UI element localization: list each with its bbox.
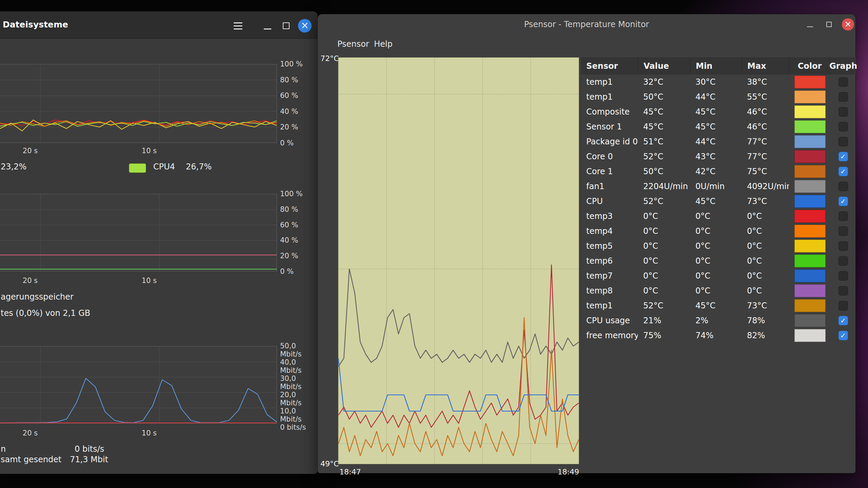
graph-checkbox[interactable]: ✓ <box>839 152 848 161</box>
sensor-color-swatch[interactable] <box>794 165 826 178</box>
maximize-button[interactable] <box>279 18 294 33</box>
sensor-color-swatch[interactable] <box>794 255 826 267</box>
graph-checkbox[interactable]: ✓ <box>839 197 848 206</box>
cell-value: 75% <box>638 331 690 340</box>
graph-checkbox[interactable] <box>839 301 848 310</box>
close-button[interactable]: × <box>841 18 855 31</box>
graph-checkbox[interactable] <box>839 77 848 87</box>
header-graph[interactable]: Graph <box>830 57 856 75</box>
sensor-color-swatch[interactable] <box>794 269 826 282</box>
menu-psensor[interactable]: Psensor <box>335 39 371 49</box>
temperature-graph <box>338 57 579 464</box>
sensor-color-swatch[interactable] <box>794 195 826 208</box>
cell-max: 78% <box>742 316 789 325</box>
table-row[interactable]: temp132°C30°C38°C <box>581 75 856 89</box>
minimize-button[interactable] <box>260 18 275 33</box>
table-row[interactable]: CPU52°C45°C73°C✓ <box>581 194 856 209</box>
sensor-color-swatch[interactable] <box>794 105 826 118</box>
maximize-button[interactable] <box>822 18 836 31</box>
table-row[interactable]: temp30°C0°C0°C <box>581 209 856 224</box>
graph-checkbox[interactable] <box>839 226 848 236</box>
graph-checkbox[interactable]: ✓ <box>839 331 848 340</box>
table-row[interactable]: temp150°C44°C55°C <box>581 89 856 104</box>
cell-graph <box>830 182 856 191</box>
cell-value: 0°C <box>638 241 690 251</box>
cell-max: 46°C <box>742 122 789 131</box>
header-value[interactable]: Value <box>638 57 690 75</box>
psensor-titlebar[interactable]: Psensor - Temperature Monitor × <box>318 14 855 35</box>
cell-sensor: Core 1 <box>581 167 638 176</box>
graph-checkbox[interactable] <box>839 137 848 146</box>
table-row[interactable]: temp70°C0°C0°C <box>581 268 856 283</box>
table-row[interactable]: Package id 051°C44°C77°C <box>581 134 856 149</box>
table-row[interactable]: temp60°C0°C0°C <box>581 253 856 268</box>
cell-sensor: CPU <box>581 197 638 206</box>
table-row[interactable]: temp40°C0°C0°C <box>581 224 856 239</box>
cell-color <box>789 225 830 238</box>
cell-value: 52°C <box>638 197 690 206</box>
cell-color <box>789 314 830 327</box>
header-min[interactable]: Min <box>690 57 742 75</box>
hamburger-menu-icon[interactable] <box>231 18 245 33</box>
menu-help[interactable]: Help <box>372 39 395 49</box>
sensor-color-swatch[interactable] <box>794 76 826 88</box>
sensor-color-swatch[interactable] <box>794 284 826 297</box>
table-row[interactable]: temp80°C0°C0°C <box>581 283 856 298</box>
sensor-color-swatch[interactable] <box>794 180 826 193</box>
sensor-color-swatch[interactable] <box>794 135 826 148</box>
sensor-table: Sensor Value Min Max Color Graph temp132… <box>581 57 856 343</box>
table-row[interactable]: Core 052°C43°C77°C✓ <box>581 149 856 164</box>
header-max[interactable]: Max <box>742 57 789 75</box>
table-row[interactable]: Core 150°C42°C75°C✓ <box>581 164 856 179</box>
table-row[interactable]: Sensor 145°C45°C46°C <box>581 119 856 134</box>
close-icon: × <box>842 18 854 30</box>
cell-graph <box>830 122 856 131</box>
graph-checkbox[interactable] <box>839 92 848 102</box>
graph-end-time: 18:49 <box>538 468 579 476</box>
received-rate-value: 0 bits/s <box>75 444 104 454</box>
cell-color <box>789 150 830 163</box>
sensor-color-swatch[interactable] <box>794 210 826 223</box>
sensor-color-swatch[interactable] <box>794 240 826 252</box>
sensor-color-swatch[interactable] <box>794 90 826 103</box>
sensor-color-swatch[interactable] <box>794 150 826 163</box>
graph-checkbox[interactable] <box>839 256 848 266</box>
cell-graph: ✓ <box>830 167 856 176</box>
table-row[interactable]: temp152°C45°C73°C <box>581 298 856 313</box>
table-row[interactable]: free memory75%74%82%✓ <box>581 328 856 343</box>
minimize-button[interactable] <box>803 18 817 31</box>
sensor-color-swatch[interactable] <box>794 120 826 133</box>
cell-color <box>789 269 830 282</box>
network-history-chart <box>0 346 277 424</box>
graph-checkbox[interactable]: ✓ <box>839 316 848 325</box>
header-sensor[interactable]: Sensor <box>581 57 638 75</box>
cell-sensor: temp1 <box>581 77 638 87</box>
cell-value: 32°C <box>638 77 690 87</box>
graph-checkbox[interactable] <box>839 122 848 131</box>
cell-min: 74% <box>690 331 742 340</box>
cell-max: 73°C <box>742 197 789 206</box>
sensor-color-swatch[interactable] <box>794 329 826 342</box>
graph-checkbox[interactable] <box>839 211 848 221</box>
close-button[interactable]: × <box>297 18 312 33</box>
system-monitor-titlebar[interactable]: Dateisysteme × <box>0 12 317 39</box>
axis-tick: 40 % <box>280 107 317 116</box>
tab-dateisysteme[interactable]: Dateisysteme <box>3 20 68 29</box>
cell-min: 0°C <box>690 256 742 266</box>
graph-checkbox[interactable] <box>839 241 848 251</box>
sensor-color-swatch[interactable] <box>794 225 826 238</box>
memory-axis-labels: 100 % 80 % 60 % 40 % 20 % 0 % <box>280 190 317 276</box>
graph-checkbox[interactable] <box>839 286 848 296</box>
table-row[interactable]: Composite45°C45°C46°C <box>581 104 856 119</box>
table-row[interactable]: temp50°C0°C0°C <box>581 239 856 253</box>
sensor-color-swatch[interactable] <box>794 299 826 312</box>
table-row[interactable]: CPU usage21%2%78%✓ <box>581 313 856 328</box>
sensor-color-swatch[interactable] <box>794 314 826 327</box>
graph-checkbox[interactable] <box>839 182 848 191</box>
header-color[interactable]: Color <box>789 57 830 75</box>
graph-checkbox[interactable] <box>839 271 848 281</box>
graph-checkbox[interactable] <box>839 107 848 117</box>
cpu4-legend-swatch[interactable] <box>129 163 146 173</box>
graph-checkbox[interactable]: ✓ <box>839 167 848 176</box>
table-row[interactable]: fan12204U/min0U/min4092U/min <box>581 179 856 194</box>
